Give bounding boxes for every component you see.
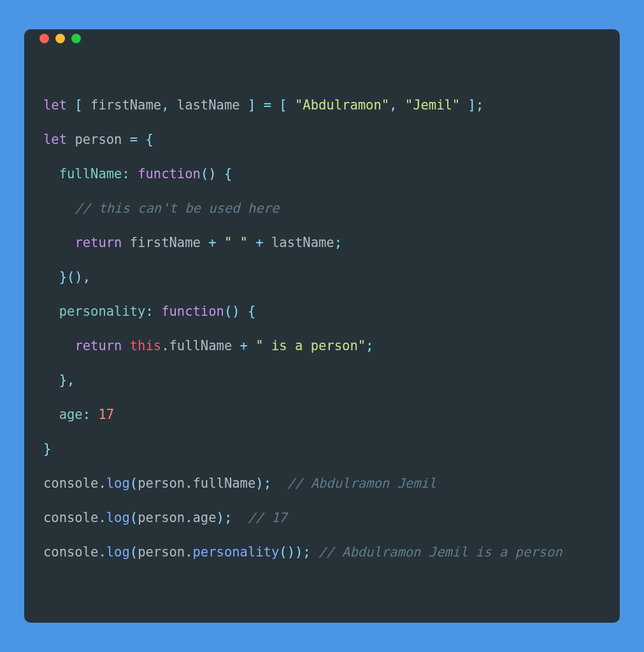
keyword-let: let: [43, 132, 67, 147]
code-line: }(),: [43, 269, 90, 285]
keyword-let: let: [43, 97, 67, 113]
code-line: console.log(person.fullName); // Abdulra…: [43, 476, 436, 491]
code-line: },: [43, 372, 75, 388]
window-titlebar: [24, 29, 620, 47]
traffic-light-close-icon[interactable]: [39, 34, 49, 43]
code-line: console.log(person.personality()); // Ab…: [43, 544, 562, 560]
traffic-light-minimize-icon[interactable]: [55, 34, 65, 43]
comment: // Abdulramon Jemil is a person: [318, 544, 562, 560]
code-line: return firstName + " " + lastName;: [43, 235, 342, 250]
keyword-function: function: [138, 166, 201, 181]
code-block: let [ firstName, lastName ] = [ "Abdulra…: [24, 47, 620, 623]
comment: // 17: [248, 510, 287, 525]
keyword-return: return: [75, 235, 122, 250]
code-line: }: [43, 441, 51, 457]
keyword-function: function: [161, 304, 224, 319]
code-line: let [ firstName, lastName ] = [ "Abdulra…: [43, 97, 483, 113]
code-line: // this can't be used here: [43, 201, 279, 216]
code-line: let person = {: [43, 132, 154, 147]
code-window: let [ firstName, lastName ] = [ "Abdulra…: [24, 29, 620, 623]
code-line: return this.fullName + " is a person";: [43, 338, 373, 353]
code-line: personality: function() {: [43, 304, 255, 319]
code-line: age: 17: [43, 407, 114, 422]
keyword-return: return: [75, 338, 122, 353]
code-line: fullName: function() {: [43, 166, 232, 181]
code-line: console.log(person.age); // 17: [43, 510, 287, 525]
comment: // Abdulramon Jemil: [287, 476, 437, 491]
keyword-this: this: [130, 338, 161, 353]
comment: // this can't be used here: [75, 201, 279, 216]
traffic-light-zoom-icon[interactable]: [71, 34, 81, 43]
